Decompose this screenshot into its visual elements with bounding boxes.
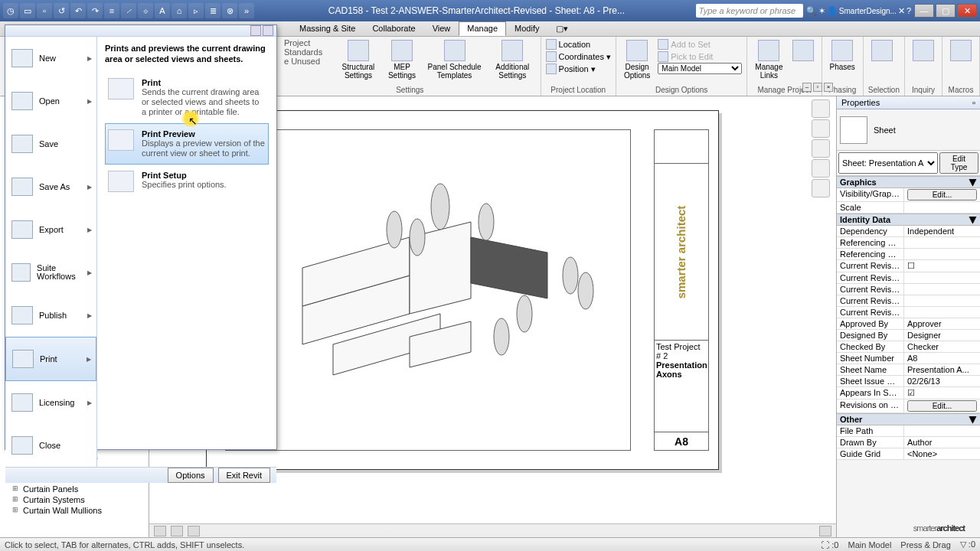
recent-docs-icon[interactable] [250, 25, 261, 36]
user-label: SmarterDesign... [839, 7, 897, 15]
sheet-type-icon [840, 116, 867, 144]
exit-revit-button[interactable]: Exit Revit [218, 468, 270, 483]
view-icon[interactable]: ⌂ [172, 3, 187, 18]
filter-icon[interactable]: ▽ :0 [960, 540, 975, 549]
selection-icon [871, 40, 893, 61]
tab-massing[interactable]: Massing & Site [291, 21, 364, 36]
dim-icon[interactable]: ⟐ [138, 3, 153, 18]
thin-icon[interactable]: ≣ [205, 3, 220, 18]
menu-save[interactable]: Save [5, 122, 96, 165]
view-max-icon[interactable]: ▫ [813, 83, 822, 92]
exchange-icon[interactable]: ✕ [898, 6, 905, 16]
text-icon[interactable]: A [155, 3, 170, 18]
pick-to-edit-button[interactable]: Pick to Edit [658, 51, 742, 63]
menu-save-as[interactable]: Save As▶ [5, 165, 96, 208]
tab-manage[interactable]: Manage [459, 21, 506, 36]
add-to-set-button[interactable]: Add to Set [658, 38, 742, 51]
transfer-label[interactable]: Project Standards [284, 38, 329, 57]
workset-icon[interactable]: ⛶ :0 [821, 540, 838, 549]
phases-button[interactable]: Phases [827, 38, 858, 73]
visual-style-icon[interactable] [188, 526, 200, 536]
menu-export[interactable]: Export▶ [5, 208, 96, 251]
view-min-icon[interactable]: – [802, 83, 812, 92]
palette-close-icon[interactable]: ▫ [972, 98, 975, 107]
design-options-button[interactable]: Design Options [621, 38, 653, 81]
title-block: smarter architect Test Project # 2 Prese… [654, 129, 709, 451]
inquiry-button[interactable] [910, 38, 937, 63]
structural-settings-button[interactable]: Structural Settings [335, 38, 381, 81]
sync-icon[interactable]: ↺ [54, 3, 69, 18]
main-model-select[interactable]: Main Model [658, 63, 742, 74]
tree-item[interactable]: Curtain Panels [3, 484, 145, 494]
watermark: smarterarchitect [913, 507, 965, 537]
tab-extra-icon[interactable]: ▢▾ [547, 21, 577, 36]
help-icon[interactable]: ? [906, 6, 911, 15]
user-icon[interactable]: 👤 [827, 6, 838, 16]
pan-icon[interactable] [812, 139, 830, 158]
position-button[interactable]: Position ▾ [546, 63, 611, 75]
crop-icon[interactable] [819, 526, 831, 536]
save-icon[interactable]: ▫ [37, 3, 52, 18]
purge-label[interactable]: e Unused [284, 57, 329, 66]
tree-item[interactable]: Curtain Systems [3, 494, 145, 505]
group-label: Project Location [546, 86, 611, 94]
visibility-edit-button[interactable]: Edit... [907, 189, 977, 201]
submenu-heading: Prints and previews the current drawing … [105, 43, 269, 64]
tab-modify[interactable]: Modify [506, 21, 547, 36]
menu-open[interactable]: Open▶ [5, 80, 96, 122]
menu-print[interactable]: Print▶ [5, 337, 96, 381]
manage-links-button[interactable]: Manage Links [752, 38, 786, 81]
submenu-print[interactable]: PrintSends the current drawing area or s… [105, 72, 269, 123]
menu-licensing[interactable]: Licensing▶ [5, 381, 96, 424]
scale-icon[interactable] [154, 526, 166, 536]
menu-new[interactable]: New▶ [5, 37, 96, 80]
edit-type-button[interactable]: Edit Type [939, 152, 978, 174]
menu-publish[interactable]: Publish▶ [5, 294, 96, 337]
properties-grid: Graphics⯆ Visibility/Graphi...Edit... Sc… [837, 176, 980, 537]
zoom-icon[interactable] [812, 159, 830, 178]
minimize-button[interactable]: — [914, 4, 934, 18]
options-button[interactable]: Options [168, 468, 214, 483]
new-icon [11, 49, 33, 67]
more-icon[interactable]: » [239, 3, 254, 18]
submenu-print-preview[interactable]: Print PreviewDisplays a preview version … [105, 123, 269, 165]
panel-templates-button[interactable]: Panel Schedule Templates [423, 38, 486, 81]
measure-icon[interactable]: ≡ [104, 3, 119, 18]
submenu-print-setup[interactable]: Print SetupSpecifies print options. [105, 165, 269, 198]
tab-view[interactable]: View [424, 21, 459, 36]
main-model-status[interactable]: Main Model [848, 540, 891, 549]
search-input[interactable]: Type a keyword or phrase [696, 4, 803, 18]
macros-button[interactable] [947, 38, 975, 63]
comm-icon[interactable]: ✶ [818, 6, 825, 16]
mep-icon [391, 40, 413, 61]
menu-close[interactable]: Close [5, 424, 96, 467]
section-icon[interactable]: ▹ [188, 3, 204, 18]
selection-button[interactable] [868, 38, 896, 63]
additional-settings-button[interactable]: Additional Settings [489, 38, 536, 81]
close-button[interactable]: ✕ [957, 4, 977, 18]
wheel-icon[interactable] [812, 119, 830, 138]
tab-collaborate[interactable]: Collaborate [364, 21, 423, 36]
undo-icon[interactable]: ↶ [70, 3, 86, 18]
location-button[interactable]: Location [546, 38, 611, 51]
menu-suite[interactable]: Suite Workflows▶ [5, 251, 96, 294]
maximize-button[interactable]: ▢ [936, 4, 956, 18]
orbit-icon[interactable] [812, 179, 830, 197]
instance-selector[interactable]: Sheet: Presentation A [838, 152, 938, 174]
coordinates-button[interactable]: Coordinates ▾ [546, 51, 611, 63]
home-icon[interactable] [812, 99, 830, 118]
svg-point-12 [517, 295, 532, 332]
redo-icon[interactable]: ↷ [87, 3, 103, 18]
view-close-icon[interactable]: × [824, 83, 833, 92]
align-icon[interactable]: ⟋ [121, 3, 136, 18]
close-hidden-icon[interactable]: ⊗ [222, 3, 237, 18]
tree-item[interactable]: Curtain Wall Mullions [3, 505, 145, 516]
open-icon[interactable]: ▭ [20, 3, 35, 18]
manage-images-button[interactable] [789, 38, 817, 81]
revisions-edit-button[interactable]: Edit... [907, 400, 977, 412]
detail-icon[interactable] [171, 526, 183, 536]
app-button[interactable]: ◷ [3, 3, 18, 18]
search-go-icon[interactable]: 🔍 [806, 6, 817, 16]
mep-settings-button[interactable]: MEP Settings [384, 38, 420, 81]
recent-list-icon[interactable] [263, 25, 273, 36]
